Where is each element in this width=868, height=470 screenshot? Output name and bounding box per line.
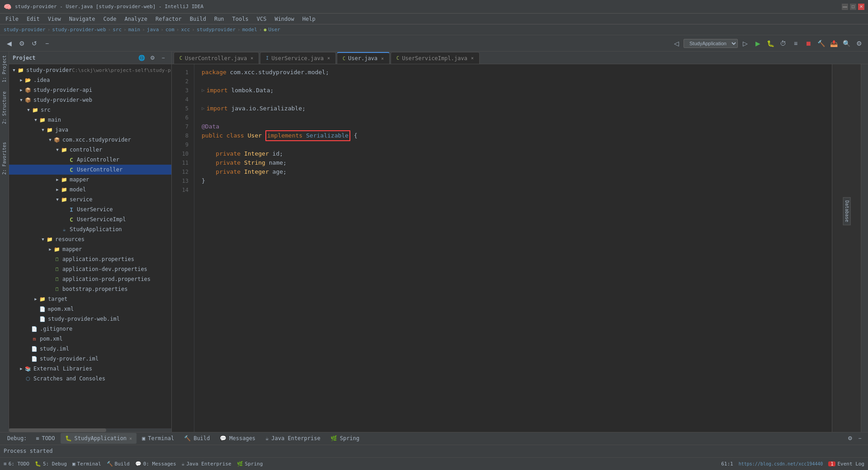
tree-user-service[interactable]: I UserService: [9, 204, 171, 214]
tree-ext-libs[interactable]: ▶ 📚 External Libraries: [9, 364, 171, 374]
tree-app-dev-props[interactable]: 🗒 application-dev.properties: [9, 264, 171, 274]
tree-pom[interactable]: m pom.xml: [9, 334, 171, 344]
tree-scrollbar-thumb[interactable]: [9, 428, 106, 432]
tree-bootstrap-props[interactable]: 🗒 bootstrap.properties: [9, 284, 171, 294]
panel-settings-btn[interactable]: ⚙: [148, 53, 157, 62]
tree-study-application[interactable]: ☕ StudyApplication: [9, 224, 171, 234]
settings-button[interactable]: ⚙: [16, 38, 27, 49]
tab-close-user-controller[interactable]: ×: [250, 56, 253, 61]
breadcrumb-model[interactable]: model: [242, 27, 257, 33]
bottom-tab-messages[interactable]: 💬 Messages: [215, 433, 260, 444]
menu-navigate[interactable]: Navigate: [66, 15, 99, 23]
breadcrumb-study-provider[interactable]: study-provider: [4, 27, 46, 33]
breadcrumb-web[interactable]: study-provider-web: [52, 27, 106, 33]
status-url[interactable]: https://blog.csdn.net/xcc194440: [739, 461, 823, 466]
database-tab[interactable]: Database: [843, 197, 850, 225]
status-messages[interactable]: 💬 0: Messages: [135, 461, 176, 467]
code-content[interactable]: package com.xcc.studyprovider.model; ▷ i…: [194, 64, 832, 432]
bottom-tab-debug[interactable]: 🐛 StudyApplication ×: [61, 433, 137, 444]
tree-package[interactable]: ▼ 📦 com.xcc.studyprovider: [9, 135, 171, 145]
sync-button[interactable]: ↺: [29, 38, 40, 49]
menu-code[interactable]: Code: [100, 15, 120, 23]
status-todo[interactable]: ≡ 6: TODO: [4, 461, 29, 467]
tree-mapper-res[interactable]: ▶ 📁 mapper: [9, 244, 171, 254]
breadcrumb-xcc[interactable]: xcc: [181, 27, 190, 33]
bottom-tab-spring[interactable]: 🌿 Spring: [326, 433, 364, 444]
status-event-log[interactable]: 1 Event Log: [828, 461, 864, 467]
tab-user-service-impl[interactable]: C UserServiceImpl.java ×: [391, 52, 480, 64]
nav-right-button[interactable]: ▷: [740, 38, 750, 49]
coverage-button[interactable]: ≡: [790, 38, 801, 49]
menu-view[interactable]: View: [44, 15, 65, 23]
project-tool-button[interactable]: 1: Project: [2, 55, 7, 82]
breadcrumb-studyprovider[interactable]: studyprovider: [197, 27, 236, 33]
run-button[interactable]: ▶: [752, 38, 763, 49]
menu-edit[interactable]: Edit: [23, 15, 43, 23]
tree-web-iml[interactable]: 📄 study-provider-web.iml: [9, 314, 171, 324]
status-terminal[interactable]: ▣ Terminal: [72, 461, 101, 467]
bottom-hide-btn[interactable]: −: [855, 434, 864, 443]
tree-main[interactable]: ▼ 📁 main: [9, 115, 171, 125]
tree-api-controller[interactable]: C ApiController: [9, 155, 171, 165]
menu-tools[interactable]: Tools: [229, 15, 252, 23]
status-java-enterprise[interactable]: ☕ Java Enterprise: [182, 461, 231, 467]
tree-target[interactable]: ▶ 📁 target: [9, 294, 171, 304]
bottom-tab-java-enterprise[interactable]: ☕ Java Enterprise: [261, 433, 325, 444]
tab-user-controller[interactable]: C UserController.java ×: [174, 52, 259, 64]
build-button[interactable]: 🔨: [816, 38, 826, 49]
tree-web[interactable]: ▼ 📦 study-provider-web: [9, 95, 171, 105]
status-spring[interactable]: 🌿 Spring: [237, 461, 263, 467]
tree-user-service-impl[interactable]: C UserServiceImpl: [9, 214, 171, 224]
deploy-button[interactable]: 📤: [828, 38, 839, 49]
tree-src[interactable]: ▼ 📁 src: [9, 105, 171, 115]
tree-scrollbar[interactable]: [9, 428, 171, 432]
tree-study-provider[interactable]: ▼ 📁 study-provider C:\sckj\work\project-…: [9, 65, 171, 75]
code-editor[interactable]: 1 2 3 4 5 6 7 8 9 10 11 12 13 14 package…: [172, 64, 868, 432]
tab-close-user[interactable]: ×: [381, 56, 384, 61]
bottom-settings-btn[interactable]: ⚙: [845, 434, 854, 443]
menu-refactor[interactable]: Refactor: [152, 15, 185, 23]
close-button[interactable]: ✕: [858, 4, 864, 10]
tree-java[interactable]: ▼ 📁 java: [9, 125, 171, 135]
tab-user-service[interactable]: I UserService.java ×: [260, 52, 336, 64]
tree-sp-iml[interactable]: 📄 study-provider.iml: [9, 354, 171, 364]
settings2-button[interactable]: ⚙: [854, 38, 864, 49]
bottom-tab-terminal[interactable]: ▣ Terminal: [137, 433, 179, 444]
stop-button[interactable]: ⏹: [803, 38, 814, 49]
bottom-tab-todo[interactable]: ≡ TODO: [31, 433, 59, 444]
menu-run[interactable]: Run: [211, 15, 228, 23]
status-position[interactable]: 61:1: [721, 461, 733, 467]
tree-controller[interactable]: ▼ 📁 controller: [9, 145, 171, 155]
status-build[interactable]: 🔨 Build: [107, 461, 130, 467]
breadcrumb-com[interactable]: com: [165, 27, 175, 33]
breadcrumb-user[interactable]: User: [268, 27, 280, 33]
breadcrumb-java[interactable]: java: [147, 27, 159, 33]
menu-window[interactable]: Window: [271, 15, 297, 23]
minimize-button[interactable]: —: [842, 4, 848, 10]
panel-hide-btn[interactable]: −: [159, 53, 168, 62]
tree-api[interactable]: ▶ 📦 study-provider-api: [9, 85, 171, 95]
structure-tool-button[interactable]: 2: Structure: [2, 91, 7, 124]
collapse-button[interactable]: −: [42, 38, 52, 49]
menu-help[interactable]: Help: [299, 15, 319, 23]
tree-idea[interactable]: ▶ 📂 .idea: [9, 75, 171, 85]
nav-left-button[interactable]: ◁: [671, 38, 682, 49]
menu-build[interactable]: Build: [186, 15, 210, 23]
bottom-tab-build[interactable]: 🔨 Build: [179, 433, 214, 444]
favorites-tool-button[interactable]: 2: Favorites: [2, 142, 7, 175]
panel-globe-btn[interactable]: 🌐: [137, 53, 146, 62]
menu-file[interactable]: File: [2, 15, 22, 23]
profile-button[interactable]: ⏱: [778, 38, 788, 49]
debug-close[interactable]: ×: [129, 436, 132, 441]
debug-button[interactable]: 🐛: [765, 38, 776, 49]
breadcrumb-src[interactable]: src: [113, 27, 122, 33]
tree-app-props[interactable]: 🗒 application.properties: [9, 254, 171, 264]
run-config-select[interactable]: StudyApplication: [684, 39, 738, 48]
tree-user-controller[interactable]: C UserController: [9, 165, 171, 175]
menu-analyze[interactable]: Analyze: [121, 15, 151, 23]
tree-scratches[interactable]: ⬡ Scratches and Consoles: [9, 374, 171, 384]
tree-mapper[interactable]: ▶ 📁 mapper: [9, 175, 171, 185]
tree-model[interactable]: ▶ 📁 model: [9, 185, 171, 195]
tab-close-user-service[interactable]: ×: [327, 56, 330, 61]
status-debug[interactable]: 🐛 5: Debug: [35, 461, 67, 467]
